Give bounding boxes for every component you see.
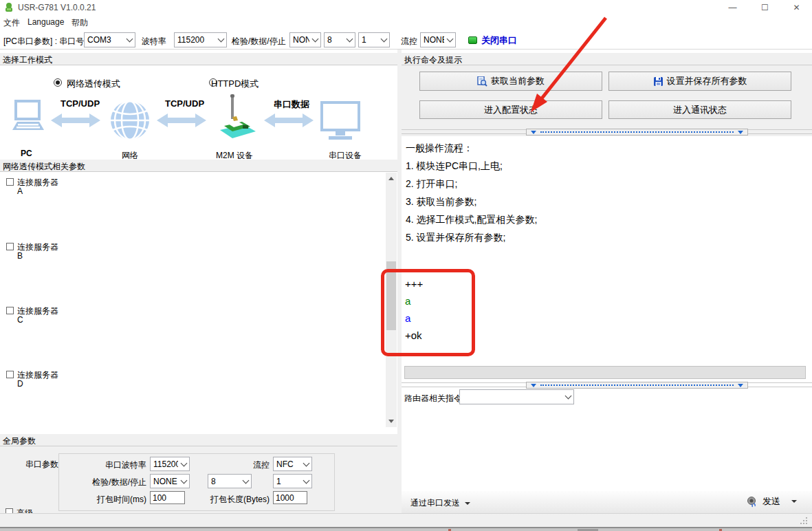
maximize-button[interactable]: ☐ bbox=[749, 0, 780, 15]
chevron-down-icon[interactable] bbox=[309, 33, 320, 47]
collapse-arrow-icon[interactable] bbox=[738, 131, 743, 134]
send-bar: 通过串口发送 发送 bbox=[402, 491, 812, 513]
server-b-suffix: B bbox=[17, 251, 23, 261]
link-label-tcp-udp-1: TCP/UDP bbox=[61, 98, 100, 109]
resize-grip-icon[interactable] bbox=[800, 517, 808, 525]
enter-config-button[interactable]: 进入配置状态 bbox=[419, 100, 602, 119]
chevron-down-icon[interactable] bbox=[178, 457, 189, 470]
minimize-button[interactable]: — bbox=[717, 0, 748, 15]
double-arrow-icon bbox=[51, 112, 100, 129]
serial-stopbits-select[interactable]: 1 bbox=[273, 474, 312, 488]
splitter-collapse-handle[interactable] bbox=[526, 382, 748, 389]
send-splitter[interactable] bbox=[402, 381, 812, 389]
title-bar: USR-G781 V1.0.0.21 — ☐ ✕ bbox=[0, 0, 812, 15]
send-input-area[interactable] bbox=[402, 407, 812, 491]
menu-bar: 文件 Language 帮助 bbox=[0, 15, 812, 29]
flow-select[interactable]: NONE bbox=[420, 32, 456, 47]
close-button[interactable]: ✕ bbox=[781, 0, 812, 15]
chevron-down-icon[interactable] bbox=[178, 475, 189, 488]
radio-net-transparent-mode[interactable] bbox=[54, 78, 62, 87]
parity-value: NONI bbox=[290, 35, 309, 45]
server-d-checkbox[interactable] bbox=[6, 371, 14, 378]
status-bar bbox=[0, 513, 812, 527]
radio-net-transparent-label[interactable]: 网络透传模式 bbox=[67, 78, 120, 90]
splitter-collapse-handle[interactable] bbox=[526, 129, 748, 136]
chevron-down-icon[interactable] bbox=[215, 33, 226, 47]
serial-parity-value: NONE bbox=[151, 477, 178, 486]
get-params-button[interactable]: 获取当前参数 bbox=[419, 72, 602, 91]
com-port-select[interactable]: COM3 bbox=[84, 32, 135, 47]
packlen-input[interactable] bbox=[273, 491, 307, 504]
collapse-arrow-icon[interactable] bbox=[531, 384, 536, 387]
chevron-down-icon[interactable] bbox=[240, 475, 251, 488]
server-a-checkbox[interactable] bbox=[6, 178, 14, 186]
serial-open-led-icon bbox=[468, 36, 477, 44]
menu-help[interactable]: 帮助 bbox=[72, 17, 88, 29]
serial-baud-value: 115200 bbox=[151, 459, 178, 469]
serial-parity-label: 检验/数据/停止 bbox=[69, 477, 146, 488]
enter-comm-button[interactable]: 进入通讯状态 bbox=[608, 100, 791, 119]
chevron-down-icon[interactable] bbox=[344, 33, 355, 47]
chevron-down-icon[interactable] bbox=[378, 33, 389, 47]
serial-flow-select[interactable]: NFC bbox=[273, 457, 312, 471]
radio-httpd-label[interactable]: HTTPD模式 bbox=[211, 78, 259, 90]
serial-flow-value: NFC bbox=[274, 459, 300, 469]
server-c-label[interactable]: 连接服务器 bbox=[17, 305, 58, 317]
server-c-checkbox[interactable] bbox=[6, 307, 14, 314]
stopbits-value: 1 bbox=[359, 35, 378, 45]
command-header: 执行命令及提示 bbox=[402, 52, 812, 65]
menu-file[interactable]: 文件 bbox=[3, 17, 20, 29]
databits-select[interactable]: 8 bbox=[324, 32, 355, 47]
server-d-suffix: D bbox=[17, 379, 23, 389]
window-title: USR-G781 V1.0.0.21 bbox=[18, 3, 96, 12]
baud-select[interactable]: 115200 bbox=[174, 32, 227, 47]
stopbits-select[interactable]: 1 bbox=[358, 32, 390, 47]
splitter-dotted-line bbox=[540, 384, 734, 386]
server-a-label[interactable]: 连接服务器 bbox=[17, 177, 58, 188]
dropdown-arrow-icon bbox=[791, 500, 797, 503]
server-list-scrollbar[interactable] bbox=[386, 173, 397, 427]
pc-laptop-icon bbox=[10, 100, 47, 137]
send-button[interactable]: 发送 bbox=[747, 495, 797, 508]
server-b-checkbox[interactable] bbox=[6, 243, 14, 250]
serial-parity-select[interactable]: NONE bbox=[150, 474, 190, 488]
menu-language[interactable]: Language bbox=[28, 17, 64, 27]
server-b-label[interactable]: 连接服务器 bbox=[17, 241, 58, 253]
router-cmd-select[interactable] bbox=[459, 389, 574, 404]
enter-comm-label: 进入通讯状态 bbox=[673, 104, 727, 116]
log-splitter[interactable] bbox=[402, 128, 812, 136]
scroll-up-icon[interactable] bbox=[386, 173, 397, 184]
instruction-line: 5. 设置并保存所有参数; bbox=[406, 228, 537, 246]
send-via-serial-label: 通过串口发送 bbox=[410, 497, 460, 509]
save-params-button[interactable]: 设置并保存所有参数 bbox=[608, 72, 791, 91]
instruction-line: 1. 模块连PC串口,上电; bbox=[406, 157, 537, 175]
chevron-down-icon[interactable] bbox=[300, 475, 311, 488]
terminal-line: +ok bbox=[405, 327, 423, 344]
serial-databits-value: 8 bbox=[208, 477, 240, 486]
server-d-label[interactable]: 连接服务器 bbox=[17, 369, 58, 381]
scrollbar-thumb[interactable] bbox=[386, 261, 396, 330]
enter-config-label: 进入配置状态 bbox=[484, 104, 538, 116]
send-via-serial-dropdown[interactable]: 通过串口发送 bbox=[410, 497, 470, 509]
serial-baud-select[interactable]: 115200 bbox=[150, 457, 190, 471]
collapse-arrow-icon[interactable] bbox=[738, 384, 743, 387]
terminal-line: a bbox=[405, 292, 423, 310]
close-serial-link[interactable]: 关闭串口 bbox=[481, 34, 517, 47]
chevron-down-icon[interactable] bbox=[562, 390, 573, 404]
packtime-input[interactable] bbox=[150, 491, 185, 504]
double-arrow-icon bbox=[264, 112, 314, 129]
collapse-arrow-icon[interactable] bbox=[531, 131, 536, 134]
send-horn-icon bbox=[747, 496, 758, 508]
chevron-down-icon[interactable] bbox=[444, 33, 455, 47]
log-output-area[interactable]: 一般操作流程： 1. 模块连PC串口,上电; 2. 打开串口; 3. 获取当前参… bbox=[402, 136, 812, 366]
instruction-line: 4. 选择工作模式,配置相关参数; bbox=[406, 210, 537, 228]
flow-value: NONE bbox=[421, 35, 444, 45]
scroll-down-icon[interactable] bbox=[386, 415, 397, 427]
parity-label: 检验/数据/停止 bbox=[232, 36, 286, 47]
serial-databits-select[interactable]: 8 bbox=[208, 474, 252, 488]
chevron-down-icon[interactable] bbox=[300, 457, 311, 470]
parity-select[interactable]: NONI bbox=[289, 32, 321, 47]
link-label-tcp-udp-2: TCP/UDP bbox=[165, 98, 204, 109]
flow-label: 流控 bbox=[401, 36, 417, 47]
chevron-down-icon[interactable] bbox=[124, 33, 135, 47]
